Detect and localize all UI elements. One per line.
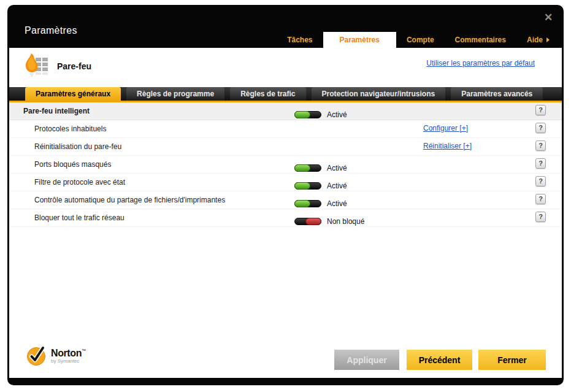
- nav-tabs: Tâches Paramètres Compte Commentaires Ai…: [277, 32, 560, 48]
- screen: Paramètres ✕ Tâches Paramètres Compte Co…: [0, 0, 571, 392]
- setting-label: Filtre de protocole avec état: [34, 178, 125, 186]
- configure-link[interactable]: Configurer [+]: [423, 124, 468, 133]
- settings-tab[interactable]: Paramètres généraux: [25, 87, 121, 101]
- content-panel: Pare-feu Utiliser les paramètres par déf…: [9, 48, 562, 378]
- help-button[interactable]: ?: [535, 105, 546, 115]
- nav-tab-commentaires[interactable]: Commentaires: [445, 32, 516, 48]
- toggle-switch[interactable]: [294, 200, 321, 207]
- arrow-right-icon: [546, 37, 550, 42]
- apply-button[interactable]: Appliquer: [334, 350, 399, 370]
- help-button[interactable]: ?: [535, 158, 546, 169]
- settings-tab[interactable]: Règles de trafic: [230, 87, 305, 101]
- brand-subtitle: by Symantec: [51, 359, 86, 364]
- setting-row: Contrôle automatique du partage de fichi…: [9, 191, 562, 209]
- toggle-status: Activé: [327, 164, 347, 172]
- setting-row: Réinitialisation du pare-feu ? Réinitial…: [9, 138, 562, 156]
- setting-row: Ports bloqués masqués ? Activé: [9, 156, 562, 174]
- brand-name: Norton: [51, 348, 82, 358]
- nav-tab-tches[interactable]: Tâches: [277, 32, 323, 48]
- window-title: Paramètres: [25, 25, 77, 36]
- close-icon[interactable]: ✕: [542, 11, 555, 25]
- help-button[interactable]: ?: [535, 140, 546, 151]
- configure-link[interactable]: Réinitialiser [+]: [423, 142, 472, 150]
- toggle-switch[interactable]: [294, 111, 321, 118]
- setting-row: Bloquer tout le trafic réseau ? Non bloq…: [9, 209, 562, 227]
- page-title: Pare-feu: [57, 61, 91, 71]
- toggle-status: Activé: [327, 110, 347, 119]
- previous-button[interactable]: Précédent: [407, 350, 472, 370]
- toggle-knob[interactable]: [305, 218, 321, 225]
- settings-tab-bar: Paramètres généraux Règles de programme …: [9, 87, 562, 101]
- toggle-status: Activé: [327, 199, 347, 208]
- nav-tab-label: Paramètres: [340, 36, 380, 44]
- settings-tab[interactable]: Protection navigateur/intrusions: [312, 87, 446, 101]
- nav-tab-label: Tâches: [287, 36, 312, 44]
- setting-label: Contrôle automatique du partage de fichi…: [34, 196, 225, 204]
- fermer-button[interactable]: Fermer: [478, 350, 546, 370]
- firewall-flame-icon: [23, 52, 52, 84]
- setting-label: Réinitialisation du pare-feu: [34, 142, 121, 151]
- toggle-knob[interactable]: [294, 164, 310, 172]
- setting-label: Protocoles inhabituels: [34, 125, 106, 133]
- toggle-switch[interactable]: [294, 218, 321, 225]
- setting-label: Pare-feu intelligent: [23, 107, 90, 115]
- setting-label: Ports bloqués masqués: [34, 160, 111, 169]
- use-default-settings-link[interactable]: Utiliser les paramètres par défaut: [426, 59, 535, 67]
- help-button[interactable]: ?: [535, 123, 546, 133]
- toggle-switch[interactable]: [294, 164, 321, 172]
- nav-tab-aide[interactable]: Aide: [516, 32, 560, 48]
- window-header: Paramètres ✕ Tâches Paramètres Compte Co…: [7, 5, 564, 48]
- nav-tab-label: Commentaires: [455, 36, 506, 44]
- toggle-knob[interactable]: [294, 182, 310, 190]
- section-header: Pare-feu Utiliser les paramètres par déf…: [9, 48, 562, 87]
- nav-tab-label: Aide: [527, 36, 543, 44]
- nav-tab-paramtres[interactable]: Paramètres: [323, 32, 396, 48]
- settings-rows: Pare-feu intelligent ? Activé Protocoles…: [9, 102, 562, 227]
- toggle-status: Activé: [327, 182, 347, 190]
- help-button[interactable]: ?: [535, 212, 546, 222]
- help-button[interactable]: ?: [535, 194, 546, 204]
- toggle-knob[interactable]: [294, 111, 310, 118]
- settings-tab[interactable]: Règles de programme: [126, 87, 224, 101]
- nav-tab-label: Compte: [407, 36, 434, 44]
- norton-logo: Norton™ by Symantec: [26, 346, 86, 366]
- norton-check-icon: [26, 346, 47, 366]
- setting-row: Pare-feu intelligent ? Activé: [9, 102, 562, 120]
- toggle-status: Non bloqué: [327, 217, 364, 226]
- help-button[interactable]: ?: [535, 176, 546, 186]
- nav-tab-compte[interactable]: Compte: [396, 32, 445, 48]
- brand-trademark: ™: [82, 348, 86, 353]
- setting-row: Filtre de protocole avec état ? Activé: [9, 174, 562, 191]
- setting-row: Protocoles inhabituels ? Configurer [+]: [9, 120, 562, 138]
- setting-label: Bloquer tout le trafic réseau: [34, 213, 125, 222]
- toggle-switch[interactable]: [294, 182, 321, 190]
- toggle-knob[interactable]: [294, 200, 310, 207]
- settings-tab[interactable]: Paramètres avancés: [451, 87, 543, 101]
- settings-window: Paramètres ✕ Tâches Paramètres Compte Co…: [7, 5, 564, 385]
